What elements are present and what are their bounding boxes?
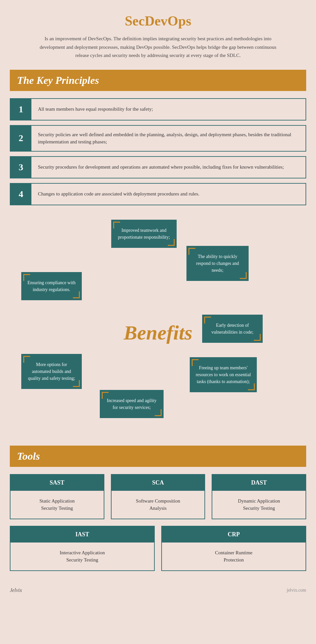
principle-text-2: Security policies are well defined and e… <box>31 126 306 151</box>
header-section: SecDevOps Is an improvement of DevSecOps… <box>0 0 316 70</box>
principle-number-2: 2 <box>10 126 31 151</box>
benefit-box-1: Improved teamwork and proportionate resp… <box>111 220 177 248</box>
tool-sast-name: Static ApplicationSecurity Testing <box>10 491 104 519</box>
tool-dast-abbr: DAST <box>212 475 306 491</box>
tool-sca-abbr: SCA <box>112 475 205 491</box>
principle-text-4: Changes to application code are associat… <box>31 184 206 205</box>
tool-dast-name: Dynamic ApplicationSecurity Testing <box>212 491 306 519</box>
benefit-box-2: The ability to quickly respond to change… <box>186 246 249 281</box>
principle-number-1: 1 <box>10 99 31 120</box>
key-principles-section: The Key Principles 1 All team members ha… <box>0 70 316 216</box>
key-principles-title-bar: The Key Principles <box>10 70 306 91</box>
tool-sca-name: Software CompositionAnalysis <box>112 491 205 519</box>
principle-text-1: All team members have equal responsibili… <box>31 99 160 120</box>
footer-url: jelvix.com <box>287 588 307 593</box>
benefits-title: Benefits <box>109 321 207 344</box>
tool-card-crp: CRP Container RuntimeProtection <box>161 526 306 571</box>
page-title: SecDevOps <box>39 13 277 29</box>
principle-item-1: 1 All team members have equal responsibi… <box>10 98 306 120</box>
principle-item-2: 2 Security policies are well defined and… <box>10 125 306 152</box>
principle-number-4: 4 <box>10 184 31 205</box>
tools-title-bar: Tools <box>10 446 306 467</box>
tool-iast-name: Interactive ApplicationSecurity Testing <box>10 543 154 570</box>
principle-text-3: Security procedures for development and … <box>31 157 290 178</box>
tools-section: Tools SAST Static ApplicationSecurity Te… <box>0 446 316 581</box>
principle-item-4: 4 Changes to application code are associ… <box>10 183 306 205</box>
principle-number-3: 3 <box>10 157 31 178</box>
tools-top-row: SAST Static ApplicationSecurity Testing … <box>10 474 306 519</box>
tool-crp-name: Container RuntimeProtection <box>162 543 306 570</box>
tools-bottom-row: IAST Interactive ApplicationSecurity Tes… <box>10 526 306 571</box>
benefit-box-6: Freeing up team members' resources to wo… <box>190 357 257 392</box>
header-description: Is an improvement of DevSecOps. The defi… <box>39 35 277 60</box>
benefit-box-3: Ensuring compliance with industry regula… <box>21 272 82 300</box>
tool-card-dast: DAST Dynamic ApplicationSecurity Testing <box>212 474 306 519</box>
key-principles-title: The Key Principles <box>17 74 299 86</box>
principle-item-3: 3 Security procedures for development an… <box>10 156 306 178</box>
tool-card-iast: IAST Interactive ApplicationSecurity Tes… <box>10 526 155 571</box>
tool-sast-abbr: SAST <box>10 475 104 491</box>
footer-brand: Jelvix <box>10 587 22 593</box>
benefit-box-5: More options for automated builds and qu… <box>21 354 82 389</box>
tool-card-sca: SCA Software CompositionAnalysis <box>111 474 205 519</box>
tool-crp-abbr: CRP <box>162 526 306 543</box>
benefits-section: Improved teamwork and proportionate resp… <box>0 216 316 446</box>
footer: Jelvix jelvix.com <box>0 581 316 603</box>
tool-iast-abbr: IAST <box>10 526 154 543</box>
benefit-box-4: Early detection of vulnerabilities in co… <box>202 315 263 343</box>
benefit-box-7: Increased speed and agility for security… <box>100 390 164 418</box>
tools-title: Tools <box>17 450 299 462</box>
tool-card-sast: SAST Static ApplicationSecurity Testing <box>10 474 104 519</box>
